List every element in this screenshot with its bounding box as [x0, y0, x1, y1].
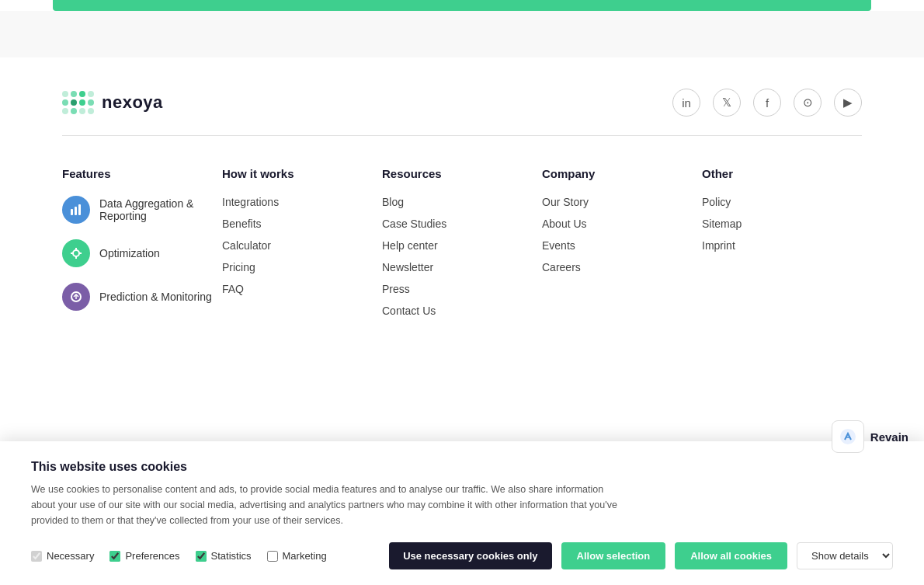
social-icons-row: in 𝕏 f ⊙ ▶	[672, 89, 862, 117]
dot	[71, 108, 77, 114]
top-green-bar	[53, 0, 871, 11]
link-faq[interactable]: FAQ	[222, 283, 382, 295]
link-pricing[interactable]: Pricing	[222, 261, 382, 273]
features-title: Features	[62, 167, 222, 180]
twitter-icon[interactable]: 𝕏	[713, 89, 741, 117]
dot	[71, 91, 77, 97]
data-aggregation-icon	[62, 196, 90, 224]
link-about-us[interactable]: About Us	[542, 218, 702, 230]
dot	[88, 99, 94, 106]
link-integrations[interactable]: Integrations	[222, 196, 382, 208]
link-careers[interactable]: Careers	[542, 261, 702, 273]
link-sitemap[interactable]: Sitemap	[702, 218, 862, 230]
dot	[62, 99, 68, 106]
link-press[interactable]: Press	[382, 283, 542, 295]
link-policy[interactable]: Policy	[702, 196, 862, 208]
dot	[62, 91, 68, 97]
dot	[79, 108, 85, 114]
link-case-studies[interactable]: Case Studies	[382, 218, 542, 230]
svg-rect-2	[78, 204, 81, 215]
svg-rect-0	[71, 209, 73, 215]
link-events[interactable]: Events	[542, 239, 702, 252]
optimization-label: Optimization	[99, 247, 160, 259]
optimization-icon	[62, 239, 90, 267]
how-it-works-title: How it works	[222, 167, 382, 180]
link-imprint[interactable]: Imprint	[702, 239, 862, 252]
feature-data-aggregation: Data Aggregation & Reporting	[62, 196, 222, 224]
dot	[79, 91, 85, 97]
footer-col-company: Company Our Story About Us Events Career…	[542, 167, 702, 326]
footer-logo-row: nexoya in 𝕏 f ⊙ ▶	[62, 89, 862, 136]
prediction-icon	[62, 283, 90, 311]
dot	[71, 99, 77, 106]
dot	[88, 91, 94, 97]
dot	[88, 108, 94, 114]
logo-dots-icon	[62, 91, 94, 114]
linkedin-icon[interactable]: in	[672, 89, 700, 117]
instagram-icon[interactable]: ⊙	[794, 89, 822, 117]
dot	[62, 108, 68, 114]
svg-point-3	[73, 250, 79, 256]
link-help-center[interactable]: Help center	[382, 239, 542, 252]
footer-col-how-it-works: How it works Integrations Benefits Calcu…	[222, 167, 382, 326]
other-title: Other	[702, 167, 862, 180]
footer-links-row: Features Data Aggregation & Reporting Op…	[62, 167, 862, 326]
footer-col-features: Features Data Aggregation & Reporting Op…	[62, 167, 222, 326]
footer-col-resources: Resources Blog Case Studies Help center …	[382, 167, 542, 326]
link-benefits[interactable]: Benefits	[222, 218, 382, 230]
dot	[79, 99, 85, 106]
link-contact-us[interactable]: Contact Us	[382, 305, 542, 317]
hero-space	[0, 11, 924, 57]
facebook-icon[interactable]: f	[753, 89, 781, 117]
svg-rect-1	[75, 207, 77, 215]
link-our-story[interactable]: Our Story	[542, 196, 702, 208]
footer-col-other: Other Policy Sitemap Imprint	[702, 167, 862, 326]
prediction-label: Prediction & Monitoring	[99, 291, 212, 303]
data-aggregation-label: Data Aggregation & Reporting	[99, 197, 222, 222]
resources-title: Resources	[382, 167, 542, 180]
logo-text: nexoya	[102, 92, 163, 113]
link-calculator[interactable]: Calculator	[222, 239, 382, 252]
footer: nexoya in 𝕏 f ⊙ ▶ Features Data Aggregat…	[0, 57, 924, 373]
feature-optimization: Optimization	[62, 239, 222, 267]
logo-area: nexoya	[62, 91, 163, 114]
link-newsletter[interactable]: Newsletter	[382, 261, 542, 273]
youtube-icon[interactable]: ▶	[834, 89, 862, 117]
feature-prediction: Prediction & Monitoring	[62, 283, 222, 311]
company-title: Company	[542, 167, 702, 180]
link-blog[interactable]: Blog	[382, 196, 542, 208]
